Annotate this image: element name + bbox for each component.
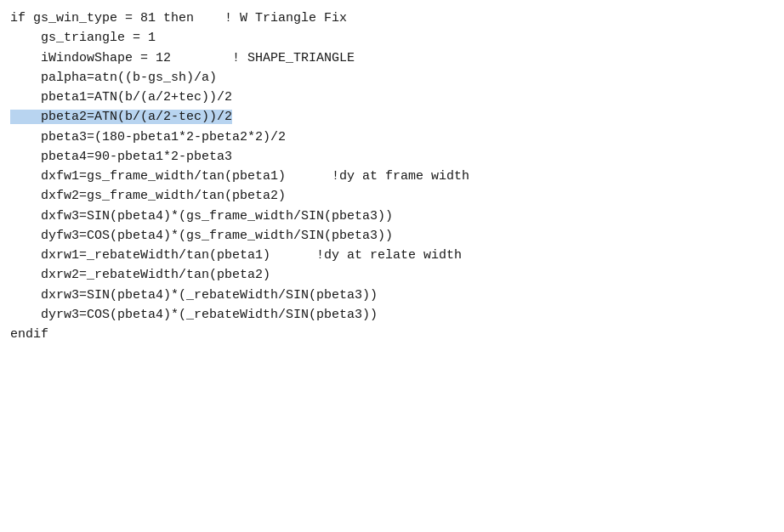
code-line: pbeta4=90-pbeta1*2-pbeta3 <box>10 147 774 167</box>
code-line: dyfw3=COS(pbeta4)*(gs_frame_width/SIN(pb… <box>10 226 774 246</box>
code-line: dxfw3=SIN(pbeta4)*(gs_frame_width/SIN(pb… <box>10 207 774 226</box>
code-line: gs_triangle = 1 <box>10 28 774 48</box>
code-line: dxfw2=gs_frame_width/tan(pbeta2) <box>10 186 774 206</box>
code-line: pbeta1=ATN(b/(a/2+tec))/2 <box>10 88 774 107</box>
code-line: dxfw1=gs_frame_width/tan(pbeta1) !dy at … <box>10 167 774 186</box>
code-line: pbeta2=ATN(b/(a/2-tec))/2 <box>10 107 774 127</box>
code-line: palpha=atn((b-gs_sh)/a) <box>10 68 774 88</box>
code-line: dxrw1=_rebateWidth/tan(pbeta1) !dy at re… <box>10 246 774 265</box>
code-line: dxrw3=SIN(pbeta4)*(_rebateWidth/SIN(pbet… <box>10 286 774 305</box>
code-line: endif <box>10 325 774 344</box>
code-editor: if gs_win_type = 81 then ! W Triangle Fi… <box>0 0 784 532</box>
highlighted-code: pbeta2=ATN(b/(a/2-tec))/2 <box>10 110 232 124</box>
code-line: pbeta3=(180-pbeta1*2-pbeta2*2)/2 <box>10 127 774 147</box>
code-line: dyrw3=COS(pbeta4)*(_rebateWidth/SIN(pbet… <box>10 305 774 325</box>
code-line: dxrw2=_rebateWidth/tan(pbeta2) <box>10 265 774 285</box>
code-line: iWindowShape = 12 ! SHAPE_TRIANGLE <box>10 48 774 68</box>
code-line: if gs_win_type = 81 then ! W Triangle Fi… <box>10 8 774 28</box>
